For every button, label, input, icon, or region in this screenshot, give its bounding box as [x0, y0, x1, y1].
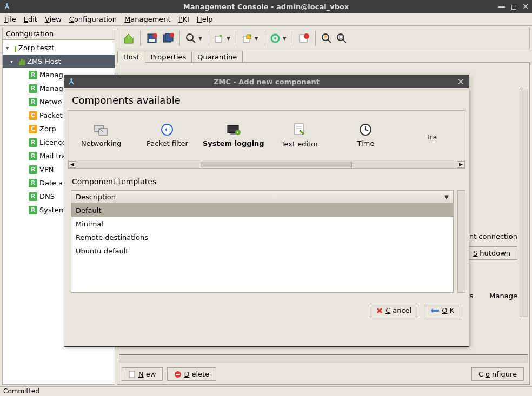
find-user-button[interactable] [319, 31, 334, 46]
dropdown-icon[interactable]: ▼ [283, 36, 287, 41]
tree-item-label: Zorp [39, 125, 56, 133]
new-button[interactable]: New [122, 367, 163, 381]
save-all-button[interactable] [160, 30, 176, 46]
scroll-left-button[interactable]: ◀ [68, 161, 76, 168]
tree-item-label: Mail tra [39, 152, 66, 160]
manage-label: Manage [489, 292, 517, 300]
tree-host[interactable]: ▾ ZMS-Host [3, 55, 115, 68]
syslog-icon [226, 123, 241, 136]
tab-quarantine[interactable]: Quarantine [191, 51, 243, 63]
dropdown-icon[interactable]: ▼ [227, 36, 230, 41]
template-row[interactable]: Ubuntu default [71, 244, 453, 258]
expand-icon[interactable]: ▾ [6, 45, 12, 51]
menu-file[interactable]: File [4, 15, 16, 23]
menubar: File Edit View Configuration Management … [0, 13, 532, 26]
configure-button[interactable]: Configure [471, 367, 524, 381]
dropdown-icon[interactable]: ▼ [255, 36, 258, 41]
svg-point-15 [304, 33, 309, 39]
component-icon [29, 152, 37, 160]
svg-point-17 [324, 36, 327, 38]
template-row[interactable]: Remote destinations [71, 231, 453, 244]
zoom-button[interactable]: ▼ [183, 31, 204, 46]
window-title: Management Console - admin@local_vbox [183, 3, 349, 11]
expand-icon[interactable]: ▾ [10, 58, 17, 64]
templates-header[interactable]: Description ▼ [71, 191, 453, 204]
scroll-right-button[interactable]: ▶ [457, 161, 465, 168]
cancel-button[interactable]: Cancel [369, 304, 418, 317]
svg-point-3 [153, 33, 157, 38]
svg-rect-24 [176, 374, 180, 375]
settings-button[interactable]: ▼ [268, 31, 289, 46]
tree-item-label: VPN [39, 165, 54, 173]
import-button[interactable]: ▼ [240, 31, 261, 46]
ok-icon [431, 307, 440, 314]
svg-rect-22 [129, 371, 135, 378]
menu-management[interactable]: Management [124, 15, 171, 23]
shutdown-button[interactable]: Shutdown [466, 246, 517, 260]
dialog-title: ZMC - Add new component [214, 78, 320, 86]
tab-host[interactable]: Host [117, 51, 145, 63]
component-pf[interactable]: Packet filter [134, 123, 200, 147]
toolbar: ▼ ▼ ▼ ▼ [117, 28, 530, 49]
ok-button[interactable]: OK [424, 304, 461, 317]
component-icon [29, 192, 37, 201]
desc-header-label: Description [76, 193, 116, 201]
tree-item-label: Netwo [39, 98, 62, 106]
new-icon [129, 371, 136, 378]
component-icon [29, 84, 37, 93]
close-button[interactable]: ✕ [522, 2, 529, 11]
alert-button[interactable] [296, 30, 312, 46]
component-net[interactable]: Networking [68, 123, 134, 147]
cancel-icon [376, 307, 383, 314]
tree-root[interactable]: ▾ Zorp teszt [3, 41, 115, 55]
export-button[interactable]: ▼ [211, 31, 232, 46]
dialog-icon [68, 77, 75, 85]
maximize-button[interactable]: ◻ [511, 2, 517, 11]
component-label: System logging [203, 139, 264, 147]
template-row[interactable]: Default [71, 204, 453, 217]
svg-line-8 [192, 39, 195, 43]
tree-item-label: Licence [39, 138, 66, 146]
menu-edit[interactable]: Edit [24, 15, 37, 23]
save-button[interactable] [144, 30, 160, 46]
component-syslog[interactable]: System logging [201, 123, 267, 147]
minimize-button[interactable]: — [498, 2, 506, 11]
component-icon [29, 125, 37, 133]
component-icon [29, 179, 37, 187]
scroll-thumb[interactable] [201, 162, 352, 167]
templates-list[interactable]: Description ▼ DefaultMinimalRemote desti… [71, 190, 454, 293]
main-window: Management Console - admin@local_vbox — … [0, 0, 532, 396]
tree-item-label: Date a [39, 179, 63, 187]
component-clock[interactable]: Time [332, 123, 398, 147]
component-editor[interactable]: Text editor [267, 123, 332, 148]
menu-configuration[interactable]: Configuration [69, 15, 117, 23]
svg-line-18 [328, 39, 331, 43]
find-doc-button[interactable] [334, 31, 349, 46]
delete-button[interactable]: Delete [167, 367, 216, 381]
dropdown-icon[interactable]: ▼ [444, 194, 449, 200]
hscrollbar[interactable] [119, 354, 528, 363]
component-strip: NetworkingPacket filterSystem loggingTex… [68, 110, 466, 169]
templates-vscroll[interactable] [457, 190, 466, 293]
tree-item-label: Manag [39, 71, 63, 79]
template-row[interactable]: Minimal [71, 217, 453, 231]
component-icon [29, 98, 37, 106]
component-icon [29, 165, 37, 174]
home-button[interactable] [121, 30, 137, 46]
dialog-close-button[interactable]: ✕ [457, 77, 464, 87]
strip-scrollbar[interactable]: ◀ ▶ [68, 160, 465, 168]
host-icon [19, 58, 25, 65]
tab-properties[interactable]: Properties [145, 51, 192, 63]
svg-point-25 [70, 78, 72, 80]
vscrollbar[interactable] [520, 88, 528, 317]
components-heading: Components available [64, 88, 469, 110]
component-label: Networking [81, 139, 121, 147]
dialog-titlebar: ZMC - Add new component ✕ [64, 75, 469, 88]
dropdown-icon[interactable]: ▼ [198, 36, 202, 41]
menu-view[interactable]: View [45, 15, 62, 23]
statusbar: Committed [0, 386, 532, 396]
menu-pki[interactable]: PKI [178, 15, 189, 23]
add-component-dialog: ZMC - Add new component ✕ Components ava… [64, 75, 469, 347]
menu-help[interactable]: Help [197, 15, 213, 23]
component-partial[interactable]: Tra [399, 130, 465, 141]
